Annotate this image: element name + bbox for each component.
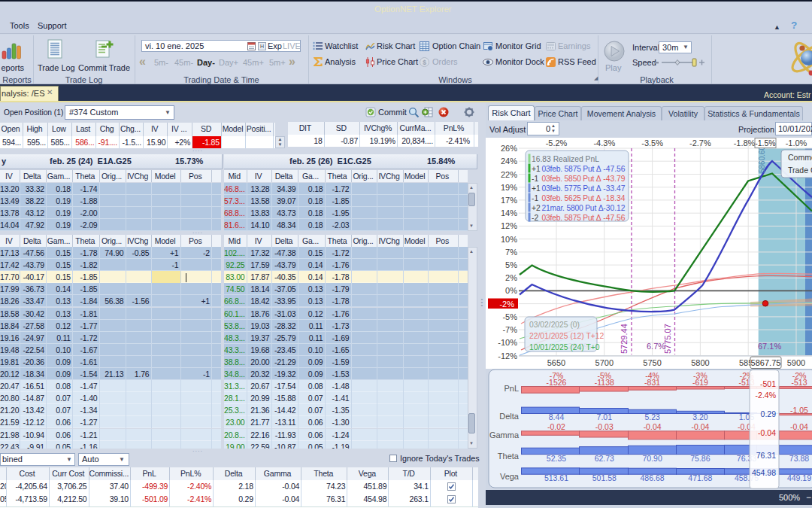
svg-text:-1.05: -1.05 xyxy=(790,406,808,415)
svg-text:5860.60: 5860.60 xyxy=(758,145,766,173)
svg-text:449.19: 449.19 xyxy=(787,473,811,482)
svg-text:486.68: 486.68 xyxy=(641,473,665,482)
svg-text:-619: -619 xyxy=(692,378,708,387)
svg-text:-831: -831 xyxy=(644,378,660,387)
svg-text:-12%: -12% xyxy=(498,351,517,360)
svg-text:513.61: 513.61 xyxy=(544,473,568,482)
svg-text:-0.02: -0.02 xyxy=(547,422,565,431)
svg-text:Trade O: Trade O xyxy=(788,166,812,175)
svg-text:-1.8%: -1.8% xyxy=(734,138,756,148)
svg-text:-47.56: -47.56 xyxy=(603,165,625,173)
svg-text:-4.3%: -4.3% xyxy=(593,138,615,148)
svg-text:10/01/2025 (24) T+0: 10/01/2025 (24) T+0 xyxy=(529,343,600,351)
svg-text:$: $ xyxy=(423,59,426,66)
svg-text:-1: -1 xyxy=(532,175,538,183)
svg-text:24%: 24% xyxy=(501,157,517,166)
svg-text:5729.44: 5729.44 xyxy=(620,324,629,354)
svg-text:03feb. 5850 Put Δ: 03feb. 5850 Put Δ xyxy=(542,175,601,183)
svg-text:-47.56: -47.56 xyxy=(603,214,625,222)
svg-text:501.58: 501.58 xyxy=(592,473,617,482)
svg-text:-0.04: -0.04 xyxy=(644,422,662,431)
svg-text:-2%: -2% xyxy=(499,300,514,309)
svg-text:76.31: 76.31 xyxy=(756,451,776,460)
svg-text:03feb. 5775 Put Δ: 03feb. 5775 Put Δ xyxy=(542,184,601,193)
svg-text:22/01/2025 (12) T+12: 22/01/2025 (12) T+12 xyxy=(529,332,604,340)
svg-text:22%: 22% xyxy=(501,170,517,179)
svg-text:H: H xyxy=(260,44,264,49)
svg-text:-0.04: -0.04 xyxy=(758,428,776,437)
svg-text:-513: -513 xyxy=(791,378,807,387)
svg-text:2%: 2% xyxy=(505,273,517,282)
svg-text:-1.5%: -1.5% xyxy=(755,138,775,148)
svg-text:-18.34: -18.34 xyxy=(603,194,625,202)
svg-text:471.68: 471.68 xyxy=(688,473,712,482)
svg-text:-5.2%: -5.2% xyxy=(546,138,568,148)
svg-text:Gamma: Gamma xyxy=(489,430,520,440)
svg-text:-30.12: -30.12 xyxy=(603,204,625,212)
svg-text:Theta: Theta xyxy=(498,452,520,461)
svg-text:03feb. 5875 Put Δ: 03feb. 5875 Put Δ xyxy=(542,165,601,173)
svg-text:-0.04: -0.04 xyxy=(691,422,709,431)
svg-text:454.98: 454.98 xyxy=(752,468,776,477)
svg-text:21mar. 5800 Put Δ: 21mar. 5800 Put Δ xyxy=(542,204,604,212)
svg-text:-1138: -1138 xyxy=(595,378,614,387)
svg-text:52.35: 52.35 xyxy=(547,454,566,463)
svg-text:-43.79: -43.79 xyxy=(603,175,625,183)
svg-text:17%: 17% xyxy=(501,196,517,205)
svg-text:Delta: Delta xyxy=(499,412,520,421)
svg-text:-1: -1 xyxy=(532,194,538,202)
svg-text:+2: +2 xyxy=(532,204,541,212)
svg-text:-2.7%: -2.7% xyxy=(689,138,711,148)
svg-text:-2: -2 xyxy=(532,214,538,222)
svg-text:Comme: Comme xyxy=(788,153,812,162)
svg-text:70.90: 70.90 xyxy=(642,454,662,463)
svg-text:67.1%: 67.1% xyxy=(758,342,781,351)
svg-text:+1: +1 xyxy=(532,165,541,173)
svg-text:-5%: -5% xyxy=(502,312,517,321)
svg-text:PnL: PnL xyxy=(504,384,519,393)
svg-text:5900: 5900 xyxy=(787,358,805,367)
svg-text:7%: 7% xyxy=(505,248,517,257)
svg-text:5%: 5% xyxy=(505,260,517,269)
svg-text:-33.47: -33.47 xyxy=(603,184,625,193)
svg-text:-10%: -10% xyxy=(498,338,517,347)
svg-text:16.83 Realized PnL: 16.83 Realized PnL xyxy=(532,155,599,163)
svg-text:03/02/2025 (0): 03/02/2025 (0) xyxy=(529,321,580,329)
svg-text:5800: 5800 xyxy=(691,358,709,367)
svg-text:5.23: 5.23 xyxy=(644,412,660,421)
svg-text:0.29: 0.29 xyxy=(761,409,777,418)
svg-text:75.86: 75.86 xyxy=(690,454,710,463)
svg-text:5750: 5750 xyxy=(643,358,661,367)
svg-text:73.88: 73.88 xyxy=(789,454,809,463)
svg-text:-7%: -7% xyxy=(502,325,517,334)
svg-text:-3.5%: -3.5% xyxy=(641,138,663,148)
svg-text:7.01: 7.01 xyxy=(597,412,613,421)
svg-text:8.44: 8.44 xyxy=(549,412,565,421)
svg-text:62.73: 62.73 xyxy=(595,454,614,463)
svg-text:03feb. 5625 Put Δ: 03feb. 5625 Put Δ xyxy=(542,194,601,202)
svg-text:-1.0%: -1.0% xyxy=(786,138,807,148)
svg-text:Vega: Vega xyxy=(500,472,520,481)
svg-text:3.20: 3.20 xyxy=(692,412,708,421)
svg-text:6.7%: 6.7% xyxy=(647,342,665,351)
svg-text:14%: 14% xyxy=(501,208,517,217)
svg-text:+1: +1 xyxy=(532,184,541,193)
svg-text:26%: 26% xyxy=(501,144,517,153)
svg-text:5650: 5650 xyxy=(547,358,565,367)
svg-text:-1526: -1526 xyxy=(547,378,567,387)
svg-text:19%: 19% xyxy=(501,183,517,192)
svg-text:-0.03: -0.03 xyxy=(595,422,614,431)
svg-text:5700: 5700 xyxy=(595,358,614,367)
svg-text:12%: 12% xyxy=(501,221,517,230)
svg-text:0%: 0% xyxy=(505,286,517,295)
svg-text:-0.04: -0.04 xyxy=(790,422,808,431)
svg-text:03feb. 5875 Put Δ: 03feb. 5875 Put Δ xyxy=(542,214,601,222)
svg-text:-501: -501 xyxy=(760,379,776,388)
svg-text:5867.75: 5867.75 xyxy=(751,358,781,367)
svg-text:10%: 10% xyxy=(501,235,517,244)
svg-text:-2.4%: -2.4% xyxy=(756,391,776,400)
